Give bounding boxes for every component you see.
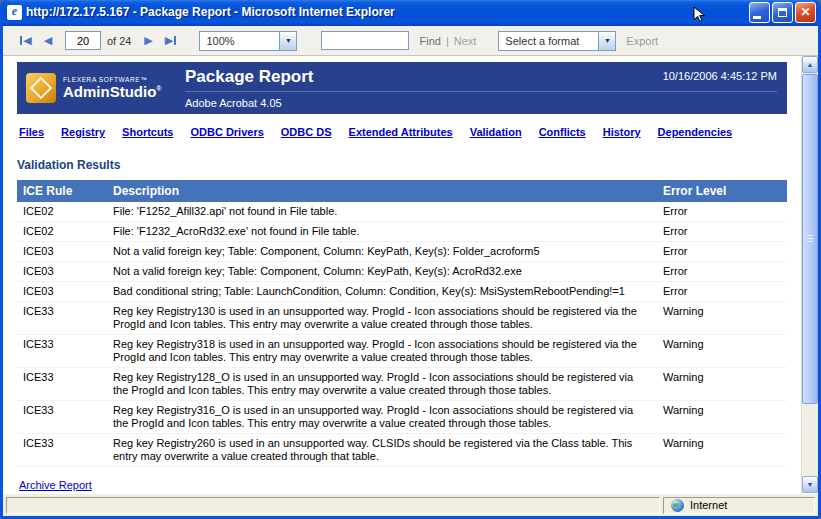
cell-rule: ICE03 (17, 262, 107, 282)
close-button[interactable]: ✕ (795, 2, 816, 23)
column-header-error-level: Error Level (657, 180, 787, 202)
cell-level: Error (657, 222, 787, 242)
cell-rule: ICE33 (17, 401, 107, 434)
find-text-input[interactable] (321, 31, 409, 50)
cell-description: Not a valid foreign key; Table: Componen… (107, 262, 657, 282)
find-next-button[interactable]: Next (454, 35, 477, 47)
cell-level: Error (657, 242, 787, 262)
scroll-down-icon: ▼ (807, 481, 814, 488)
vertical-scrollbar[interactable]: ▲ ▼ (801, 56, 818, 493)
validation-results-table: ICE Rule Description Error Level ICE02Fi… (17, 180, 787, 467)
table-row: ICE02File: 'F1252_Afill32.api' not found… (17, 202, 787, 222)
report-header-right: Package Report 10/16/2006 4:45:12 PM Ado… (169, 62, 787, 114)
cell-level: Error (657, 202, 787, 222)
last-page-button[interactable]: ▶ (159, 31, 181, 51)
table-row: ICE33Reg key Registry130 is used in an u… (17, 302, 787, 335)
ie-page-icon: e (7, 5, 22, 20)
find-button[interactable]: Find (419, 35, 440, 47)
titlebar[interactable]: e http://172.17.5.167 - Package Report -… (3, 0, 818, 26)
table-row: ICE03Bad conditional string; Table: Laun… (17, 282, 787, 302)
nav-link-odbc-ds[interactable]: ODBC DS (281, 126, 332, 138)
cell-rule: ICE33 (17, 368, 107, 401)
previous-page-button[interactable]: ◀ (37, 31, 59, 51)
cell-level: Error (657, 262, 787, 282)
page-title: Package Report (185, 67, 314, 87)
nav-link-files[interactable]: Files (19, 126, 44, 138)
status-message-pane (6, 497, 660, 514)
export-button[interactable]: Export (626, 35, 658, 47)
zoom-value: 100% (200, 35, 279, 47)
report-toolbar: ◀ ◀ of 24 ▶ ▶ 100% ▼ Find | Next Select … (3, 26, 818, 56)
cell-description: Reg key Registry318 is used in an unsupp… (107, 335, 657, 368)
column-header-ice-rule: ICE Rule (17, 180, 107, 202)
cell-description: File: 'F1232_AcroRd32.exe' not found in … (107, 222, 657, 242)
scrollbar-thumb[interactable] (802, 74, 818, 404)
cell-rule: ICE33 (17, 302, 107, 335)
nav-link-registry[interactable]: Registry (61, 126, 105, 138)
nav-link-validation[interactable]: Validation (470, 126, 522, 138)
cell-level: Error (657, 282, 787, 302)
minimize-icon (753, 16, 761, 19)
report-page: FLEXERA SOFTWARE™ AdminStudio® Package R… (3, 56, 801, 493)
nav-link-odbc-drivers[interactable]: ODBC Drivers (190, 126, 263, 138)
cell-level: Warning (657, 434, 787, 467)
nav-link-conflicts[interactable]: Conflicts (539, 126, 586, 138)
cell-description: Reg key Registry130 is used in an unsupp… (107, 302, 657, 335)
cell-level: Warning (657, 302, 787, 335)
package-name: Adobe Acrobat 4.05 (185, 92, 777, 109)
section-heading: Validation Results (17, 158, 787, 172)
report-nav: FilesRegistryShortcutsODBC DriversODBC D… (19, 124, 785, 140)
brand-text: FLEXERA SOFTWARE™ AdminStudio® (63, 76, 162, 100)
zoom-select[interactable]: 100% ▼ (199, 31, 297, 51)
report-title-row: Package Report 10/16/2006 4:45:12 PM (185, 67, 777, 92)
cell-description: Bad conditional string; Table: LaunchCon… (107, 282, 657, 302)
cell-level: Warning (657, 368, 787, 401)
cell-description: Reg key Registry316_O is used in an unsu… (107, 401, 657, 434)
table-row: ICE33Reg key Registry260 is used in an u… (17, 434, 787, 467)
table-row: ICE03Not a valid foreign key; Table: Com… (17, 262, 787, 282)
cell-description: File: 'F1252_Afill32.api' not found in F… (107, 202, 657, 222)
chevron-down-icon[interactable]: ▼ (279, 32, 296, 50)
cell-level: Warning (657, 335, 787, 368)
export-format-select[interactable]: Select a format ▼ (498, 31, 616, 51)
report-timestamp: 10/16/2006 4:45:12 PM (663, 67, 777, 82)
table-row: ICE33Reg key Registry318 is used in an u… (17, 335, 787, 368)
chevron-down-icon[interactable]: ▼ (598, 32, 615, 50)
scroll-down-button[interactable]: ▼ (802, 476, 818, 493)
cell-level: Warning (657, 401, 787, 434)
browser-viewport: FLEXERA SOFTWARE™ AdminStudio® Package R… (3, 56, 818, 493)
column-header-description: Description (107, 180, 657, 202)
cell-description: Not a valid foreign key; Table: Componen… (107, 242, 657, 262)
brand-product: AdminStudio® (63, 83, 162, 100)
minimize-button[interactable] (749, 2, 770, 23)
status-bar: Internet (3, 493, 818, 516)
scrollbar-track[interactable] (802, 73, 818, 476)
page-count-label: of 24 (107, 35, 131, 47)
registered-mark: ® (156, 85, 161, 92)
maximize-button[interactable] (772, 2, 793, 23)
nav-link-extended-attributes[interactable]: Extended Attributes (349, 126, 453, 138)
cell-rule: ICE03 (17, 242, 107, 262)
nav-link-shortcuts[interactable]: Shortcuts (122, 126, 173, 138)
first-page-icon (20, 36, 22, 45)
nav-link-history[interactable]: History (603, 126, 641, 138)
scroll-up-button[interactable]: ▲ (802, 56, 818, 73)
cell-rule: ICE02 (17, 202, 107, 222)
window-title: http://172.17.5.167 - Package Report - M… (26, 5, 749, 19)
brand-product-name: AdminStudio (63, 83, 156, 100)
maximize-icon (778, 8, 787, 17)
page-number-input[interactable] (65, 31, 101, 50)
table-row: ICE33Reg key Registry128_O is used in an… (17, 368, 787, 401)
table-row: ICE02File: 'F1232_AcroRd32.exe' not foun… (17, 222, 787, 242)
report-header-band: FLEXERA SOFTWARE™ AdminStudio® Package R… (17, 62, 787, 114)
cell-description: Reg key Registry128_O is used in an unsu… (107, 368, 657, 401)
security-zone-pane: Internet (663, 497, 815, 514)
cell-rule: ICE02 (17, 222, 107, 242)
archive-report-link[interactable]: Archive Report (19, 479, 92, 491)
cell-rule: ICE03 (17, 282, 107, 302)
nav-link-dependencies[interactable]: Dependencies (658, 126, 733, 138)
adminstudio-logo-icon (26, 73, 56, 103)
adminstudio-brand: FLEXERA SOFTWARE™ AdminStudio® (17, 62, 169, 114)
next-page-button[interactable]: ▶ (137, 31, 159, 51)
first-page-button[interactable]: ◀ (15, 31, 37, 51)
